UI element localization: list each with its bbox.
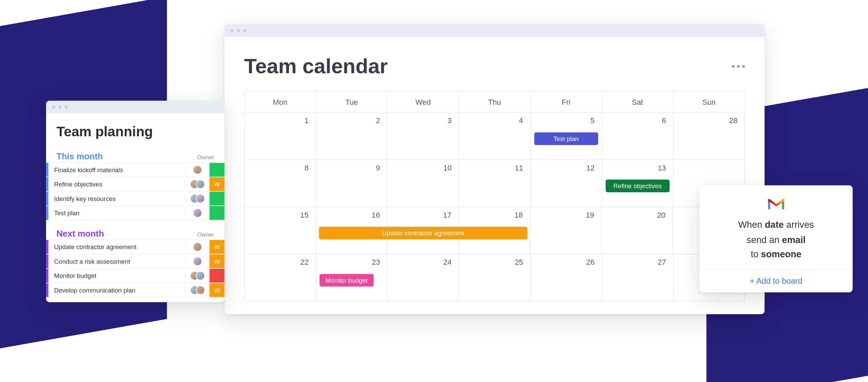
group-stripe	[46, 283, 48, 297]
calendar-day[interactable]: 13 Refine objectives	[602, 160, 674, 207]
group-header[interactable]: Next month Owner	[46, 228, 224, 239]
status-cell[interactable]	[210, 206, 224, 220]
calendar-day[interactable]: 10	[388, 160, 459, 207]
day-number: 15	[300, 210, 309, 219]
day-number: 23	[372, 258, 380, 266]
group-stripe	[46, 163, 48, 177]
event-update-contractor[interactable]: Update contractor agreement	[319, 227, 528, 239]
day-number: 13	[658, 163, 666, 172]
day-number: 16	[372, 210, 380, 219]
status-cell[interactable]	[210, 163, 224, 177]
task-row[interactable]: Test plan	[46, 206, 224, 220]
calendar-day[interactable]: 1	[245, 113, 316, 160]
day-number: 5	[590, 116, 594, 125]
owner-cell[interactable]	[185, 283, 210, 297]
calendar-day[interactable]: 19	[530, 207, 602, 254]
day-number: 20	[657, 210, 666, 219]
owner-cell[interactable]	[185, 206, 210, 220]
group-stripe	[46, 240, 48, 254]
owner-cell[interactable]	[185, 240, 210, 254]
task-name: Monitor budget	[48, 272, 185, 279]
day-number: 18	[514, 210, 523, 219]
day-number: 28	[729, 116, 738, 125]
day-number: 3	[448, 116, 452, 125]
more-menu-icon[interactable]	[732, 65, 745, 67]
status-cell[interactable]: W	[210, 283, 224, 297]
calendar-day[interactable]: 5 Test plan	[531, 113, 602, 160]
calendar-week: 15 16 17 18 19 20 Update contractor agre…	[245, 207, 745, 254]
event-refine-objectives[interactable]: Refine objectives	[606, 180, 670, 192]
calendar-day[interactable]: 3	[388, 113, 459, 160]
owner-cell[interactable]	[185, 255, 210, 268]
task-name: Refine objectives	[48, 181, 185, 187]
day-header: Sat	[602, 92, 674, 112]
calendar-grid: Mon Tue Wed Thu Fri Sat Sun 1 2 3 4 5	[244, 91, 745, 301]
task-rows: Finalize kickoff materials Refine object…	[46, 162, 224, 220]
day-number: 6	[662, 116, 666, 125]
gmail-icon	[767, 198, 785, 210]
traffic-light-dot	[230, 29, 234, 32]
calendar-day[interactable]: 24	[388, 255, 459, 301]
calendar-day[interactable]: 26	[531, 255, 602, 301]
traffic-light-dot	[58, 105, 61, 109]
calendar-day[interactable]: 6	[602, 113, 674, 160]
calendar-day[interactable]: 23 Monitor budget	[316, 255, 388, 301]
status-cell[interactable]	[210, 192, 224, 205]
task-rows: Update contractor agreement W Conduct a …	[46, 239, 224, 297]
day-number: 2	[376, 116, 380, 125]
calendar-title: Team calendar	[244, 54, 388, 78]
event-test-plan[interactable]: Test plan	[534, 133, 598, 145]
avatar-icon	[193, 242, 202, 252]
status-cell[interactable]	[210, 269, 224, 283]
task-row[interactable]: Update contractor agreement W	[46, 240, 224, 254]
day-header: Fri	[531, 92, 602, 112]
calendar-day[interactable]: 25	[459, 255, 531, 301]
event-monitor-budget[interactable]: Monitor budget	[320, 274, 374, 286]
task-row[interactable]: Develop communication plan W	[46, 283, 224, 297]
planning-title: Team planning	[56, 124, 214, 140]
add-to-board-button[interactable]: + Add to board	[699, 269, 853, 293]
group-title: This month	[56, 152, 103, 161]
group-header[interactable]: This month Owner	[46, 152, 224, 162]
task-row[interactable]: Identify key resources	[46, 192, 224, 206]
task-row[interactable]: Finalize kickoff materials	[46, 163, 224, 177]
planning-window: Team planning This month Owner Finalize …	[46, 101, 224, 302]
calendar-day-headers: Mon Tue Wed Thu Fri Sat Sun	[245, 92, 745, 112]
status-cell[interactable]: W	[210, 177, 224, 191]
task-row[interactable]: Conduct a risk assessment W	[46, 255, 224, 269]
calendar-day[interactable]: 28	[673, 113, 744, 160]
day-header: Mon	[245, 92, 316, 112]
calendar-day[interactable]: 2	[316, 113, 388, 160]
calendar-day[interactable]: 11	[459, 160, 531, 207]
calendar-day[interactable]: 8	[245, 160, 316, 207]
calendar-day[interactable]: 27	[602, 255, 674, 301]
day-header: Thu	[459, 92, 531, 112]
group-title: Next month	[56, 228, 104, 238]
task-row[interactable]: Refine objectives W	[46, 177, 224, 192]
owner-cell[interactable]	[185, 192, 210, 205]
calendar-day[interactable]: 22	[245, 255, 316, 301]
owner-cell[interactable]	[185, 163, 210, 177]
day-number: 26	[586, 258, 595, 266]
calendar-week: 8 9 10 11 12 13 Refine objectives	[245, 159, 745, 206]
owner-cell[interactable]	[185, 177, 210, 191]
traffic-light-dot	[52, 105, 55, 109]
calendar-day[interactable]: 9	[316, 160, 388, 207]
avatar-icon	[193, 208, 202, 218]
calendar-week: 1 2 3 4 5 Test plan 6 28	[245, 112, 745, 159]
status-cell[interactable]: W	[210, 240, 224, 254]
day-number: 8	[304, 163, 309, 172]
day-number: 11	[515, 163, 523, 172]
calendar-day[interactable]: 20	[601, 207, 673, 254]
owner-cell[interactable]	[185, 269, 210, 283]
calendar-day[interactable]: 4	[459, 113, 531, 160]
calendar-day[interactable]: 12	[531, 160, 602, 207]
day-number: 10	[443, 163, 452, 172]
avatar-icon	[193, 257, 202, 266]
calendar-day[interactable]: 15	[245, 207, 316, 254]
owner-column-label: Owner	[197, 232, 214, 238]
task-row[interactable]: Monitor budget	[46, 269, 224, 283]
status-cell[interactable]: W	[210, 255, 224, 268]
day-number: 9	[376, 163, 380, 172]
day-number: 4	[519, 116, 523, 125]
